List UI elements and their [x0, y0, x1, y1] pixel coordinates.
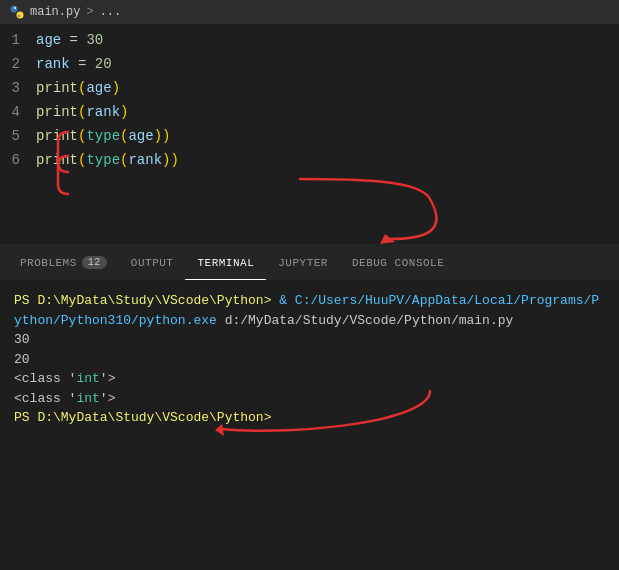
terminal-line: PS D:\MyData\Study\VScode\Python> — [14, 408, 605, 428]
svg-point-2 — [14, 7, 16, 9]
tab-label: TERMINAL — [197, 257, 254, 269]
tab-output[interactable]: OUTPUT — [119, 245, 186, 280]
title-filename: main.py — [30, 5, 80, 19]
line-content: rank = 20 — [36, 56, 112, 72]
svg-point-1 — [17, 12, 24, 19]
code-line: 6print(type(rank)) — [0, 152, 619, 176]
line-content: print(rank) — [36, 104, 128, 120]
terminal-line: PS D:\MyData\Study\VScode\Python> & C:/U… — [14, 291, 605, 330]
tab-label: OUTPUT — [131, 257, 174, 269]
line-number: 6 — [0, 152, 36, 168]
title-breadcrumb: ... — [100, 5, 122, 19]
line-number: 3 — [0, 80, 36, 96]
panel-tabs: PROBLEMS12OUTPUTTERMINALJUPYTERDEBUG CON… — [0, 245, 619, 281]
code-area: 1age = 302rank = 203print(age)4print(ran… — [0, 24, 619, 244]
line-number: 2 — [0, 56, 36, 72]
tab-label: PROBLEMS — [20, 257, 77, 269]
tab-jupyter[interactable]: JUPYTER — [266, 245, 340, 280]
terminal-line: <class 'int'> — [14, 389, 605, 409]
python-icon — [10, 5, 24, 19]
code-line: 5print(type(age)) — [0, 128, 619, 152]
svg-point-0 — [11, 6, 18, 13]
line-number: 4 — [0, 104, 36, 120]
code-line: 3print(age) — [0, 80, 619, 104]
svg-point-3 — [18, 15, 20, 17]
code-line: 4print(rank) — [0, 104, 619, 128]
terminal-line: <class 'int'> — [14, 369, 605, 389]
tab-terminal[interactable]: TERMINAL — [185, 245, 266, 280]
code-line: 1age = 30 — [0, 32, 619, 56]
code-line: 2rank = 20 — [0, 56, 619, 80]
line-content: print(age) — [36, 80, 120, 96]
terminal-area[interactable]: PS D:\MyData\Study\VScode\Python> & C:/U… — [0, 281, 619, 570]
tab-label: JUPYTER — [278, 257, 328, 269]
line-content: print(type(rank)) — [36, 152, 179, 168]
title-sep: > — [86, 5, 93, 19]
tab-problems[interactable]: PROBLEMS12 — [8, 245, 119, 280]
tab-badge: 12 — [82, 256, 107, 269]
tab-debug-console[interactable]: DEBUG CONSOLE — [340, 245, 456, 280]
line-number: 1 — [0, 32, 36, 48]
line-content: print(type(age)) — [36, 128, 170, 144]
tab-label: DEBUG CONSOLE — [352, 257, 444, 269]
terminal-line: 30 — [14, 330, 605, 350]
line-content: age = 30 — [36, 32, 103, 48]
terminal-line: 20 — [14, 350, 605, 370]
line-number: 5 — [0, 128, 36, 144]
title-bar: main.py > ... — [0, 0, 619, 24]
